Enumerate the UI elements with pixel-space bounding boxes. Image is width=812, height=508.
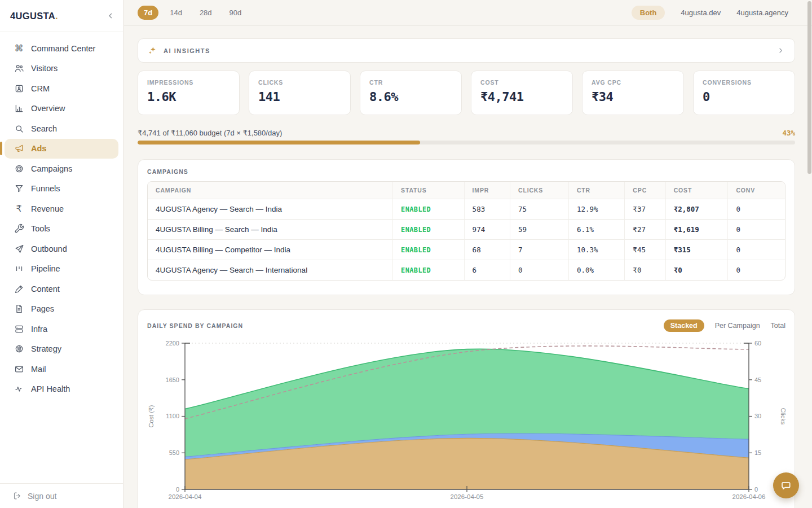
svg-text:45: 45 xyxy=(754,376,761,383)
sidebar-nav: ⌘Command CenterVisitorsCRMOverviewSearch… xyxy=(0,32,123,399)
sign-out-button[interactable]: Sign out xyxy=(0,483,123,508)
sidebar-item-label: API Health xyxy=(31,384,70,393)
sidebar-item-tools[interactable]: Tools xyxy=(0,219,123,239)
tools-icon xyxy=(14,224,24,234)
api-health-icon xyxy=(14,384,24,395)
table-header-row: CAMPAIGNSTATUSIMPRCLICKSCTRCPCCOSTCONV xyxy=(148,182,785,199)
sidebar-item-label: Outbound xyxy=(31,244,67,253)
chart-mode-per-campaign[interactable]: Per Campaign xyxy=(715,322,760,330)
campaign-row[interactable]: 4UGUSTA Billing — Search — IndiaENABLED9… xyxy=(148,220,785,240)
sidebar-item-label: Mail xyxy=(31,365,46,374)
budget-row: ₹4,741 of ₹11,060 budget (7d × ₹1,580/da… xyxy=(138,129,795,137)
svg-text:15: 15 xyxy=(754,449,761,456)
sidebar-item-search[interactable]: Search xyxy=(0,119,123,139)
chat-fab-button[interactable] xyxy=(773,472,799,498)
cell-clicks: 59 xyxy=(510,220,569,240)
cell-status: ENABLED xyxy=(393,240,465,260)
sidebar-item-label: Visitors xyxy=(31,64,58,73)
cell-conv: 0 xyxy=(728,260,785,280)
cell-status: ENABLED xyxy=(393,220,465,240)
svg-text:60: 60 xyxy=(754,340,761,347)
campaigns-title: CAMPAIGNS xyxy=(147,168,785,175)
sidebar-item-label: Infra xyxy=(31,325,47,334)
domain-tab-both[interactable]: Both xyxy=(632,6,665,20)
cell-status: ENABLED xyxy=(393,260,465,280)
metric-value: 1.6K xyxy=(147,90,230,104)
crm-icon xyxy=(14,83,24,94)
cell-cpc: ₹27 xyxy=(625,220,665,240)
sign-out-icon xyxy=(12,491,22,501)
sidebar-item-label: Search xyxy=(31,124,57,133)
metric-label: CTR xyxy=(369,79,452,86)
domain-tab-4ugusta-agency[interactable]: 4ugusta.agency xyxy=(736,8,788,17)
sidebar-item-label: CRM xyxy=(31,84,50,93)
cell-clicks: 75 xyxy=(510,199,569,220)
metric-value: 0 xyxy=(703,90,785,104)
svg-text:2200: 2200 xyxy=(166,340,179,347)
chart-mode-total[interactable]: Total xyxy=(771,322,785,330)
sidebar-item-api-health[interactable]: API Health xyxy=(0,379,123,400)
cell-cpc: ₹0 xyxy=(625,260,665,280)
sidebar-item-outbound[interactable]: Outbound xyxy=(0,239,123,259)
budget-progress-fill xyxy=(138,141,420,144)
cell-conv: 0 xyxy=(728,220,785,240)
logo-row: 4UGUSTA. xyxy=(0,0,123,32)
cell-ctr: 12.9% xyxy=(569,199,625,220)
chart-mode-stacked[interactable]: Stacked xyxy=(664,319,704,332)
campaign-row[interactable]: 4UGUSTA Agency — Search — InternationalE… xyxy=(148,260,785,280)
sidebar-item-mail[interactable]: Mail xyxy=(0,359,123,379)
ai-insights-bar[interactable]: AI INSIGHTS xyxy=(138,38,795,63)
sidebar-item-pages[interactable]: Pages xyxy=(0,299,123,319)
sidebar-item-overview[interactable]: Overview xyxy=(0,99,123,119)
metric-value: 141 xyxy=(258,90,341,104)
sidebar-item-ads[interactable]: Ads xyxy=(5,139,118,159)
range-tab-14d[interactable]: 14d xyxy=(164,6,188,20)
sign-out-label: Sign out xyxy=(28,492,56,501)
sidebar-item-command-center[interactable]: ⌘Command Center xyxy=(0,38,123,59)
sidebar-item-label: Tools xyxy=(31,224,50,233)
chart-header: DAILY SPEND BY CAMPAIGN StackedPer Campa… xyxy=(138,310,795,332)
range-tab-90d[interactable]: 90d xyxy=(223,6,248,20)
svg-text:0: 0 xyxy=(754,486,758,493)
sidebar-item-visitors[interactable]: Visitors xyxy=(0,59,123,79)
sidebar-item-pipeline[interactable]: Pipeline xyxy=(0,259,123,279)
metric-card-clicks: CLICKS141 xyxy=(249,71,351,115)
sidebar-item-strategy[interactable]: Strategy xyxy=(0,339,123,360)
ads-icon xyxy=(14,143,24,154)
campaign-row[interactable]: 4UGUSTA Agency — Search — IndiaENABLED58… xyxy=(148,199,785,220)
ai-insights-label: AI INSIGHTS xyxy=(164,47,210,54)
sidebar-item-label: Campaigns xyxy=(31,164,72,173)
range-tab-28d[interactable]: 28d xyxy=(193,6,218,20)
pipeline-icon xyxy=(14,264,24,274)
cell-campaign: 4UGUSTA Agency — Search — India xyxy=(148,199,393,220)
content-icon xyxy=(14,283,24,294)
column-header-cpc: CPC xyxy=(625,182,665,199)
sidebar-item-infra[interactable]: Infra xyxy=(0,319,123,339)
cell-cost: ₹315 xyxy=(666,240,729,260)
cell-impr: 583 xyxy=(465,199,510,220)
infra-icon xyxy=(14,323,24,334)
sidebar-item-campaigns[interactable]: Campaigns xyxy=(0,159,123,179)
campaign-row[interactable]: 4UGUSTA Billing — Competitor — IndiaENAB… xyxy=(148,240,785,260)
cell-impr: 974 xyxy=(465,220,510,240)
sidebar-item-content[interactable]: Content xyxy=(0,279,123,299)
sidebar-item-funnels[interactable]: Funnels xyxy=(0,179,123,199)
metric-value: ₹34 xyxy=(592,90,674,104)
svg-text:2026-04-05: 2026-04-05 xyxy=(451,493,484,500)
budget-percent: 43% xyxy=(782,129,795,137)
range-tab-7d[interactable]: 7d xyxy=(138,6,158,20)
domain-tab-4ugusta-dev[interactable]: 4ugusta.dev xyxy=(681,8,721,17)
pages-icon xyxy=(14,304,24,314)
sidebar-item-revenue[interactable]: ₹Revenue xyxy=(0,199,123,219)
collapse-sidebar-icon[interactable] xyxy=(106,11,115,20)
svg-text:0: 0 xyxy=(176,486,179,493)
sidebar-item-crm[interactable]: CRM xyxy=(0,78,123,99)
cell-clicks: 7 xyxy=(510,240,569,260)
column-header-cost: COST xyxy=(666,182,729,199)
chart-title: DAILY SPEND BY CAMPAIGN xyxy=(147,322,243,329)
page-scrollbar[interactable] xyxy=(807,1,811,174)
svg-text:2026-04-04: 2026-04-04 xyxy=(169,493,202,500)
cell-cost: ₹0 xyxy=(666,260,729,280)
app-logo: 4UGUSTA. xyxy=(10,11,58,21)
visitors-icon xyxy=(14,63,24,74)
